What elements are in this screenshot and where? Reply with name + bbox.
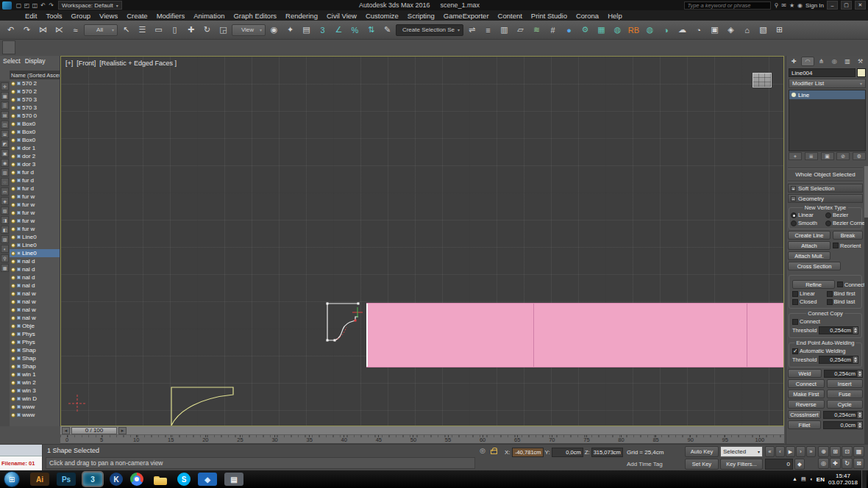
sort-alphabetical-icon[interactable]: ▧: [1, 207, 9, 215]
selection-set-dropdown[interactable]: Selected: [720, 446, 763, 457]
list-item[interactable]: win 3: [10, 387, 60, 395]
taskbar-photoshop[interactable]: Ps: [57, 473, 76, 486]
visibility-eye-icon[interactable]: [11, 316, 15, 320]
weld-button[interactable]: Weld: [788, 369, 822, 378]
create-line-button[interactable]: Create Line: [788, 231, 830, 240]
select-and-rotate-icon[interactable]: ↻: [199, 23, 215, 37]
auto-key-button[interactable]: Auto Key: [685, 446, 719, 457]
spinner-arrows[interactable]: [853, 356, 858, 363]
utilities-tab[interactable]: ⚒: [854, 57, 867, 66]
visibility-eye-icon[interactable]: [11, 235, 15, 240]
network-status-icon[interactable]: ▤: [801, 476, 806, 482]
select-and-move-icon[interactable]: ✚: [183, 23, 199, 37]
mirror-icon[interactable]: ⇌: [464, 23, 480, 37]
menu-item[interactable]: Modifiers: [152, 10, 190, 21]
viewcube[interactable]: [753, 73, 772, 87]
scene-states-icon[interactable]: ◈: [723, 23, 739, 37]
list-item[interactable]: Box0: [10, 120, 60, 128]
minimize-button[interactable]: –: [827, 1, 838, 10]
visibility-eye-icon[interactable]: [11, 332, 15, 337]
visibility-eye-icon[interactable]: [11, 211, 15, 215]
a360-gallery-icon[interactable]: ◔: [691, 23, 706, 37]
favorites-icon[interactable]: ★: [789, 2, 794, 9]
unlink-selection-icon[interactable]: ⋉: [51, 23, 67, 37]
snaps-toggle-icon[interactable]: 3: [315, 23, 330, 37]
sync-selection-icon[interactable]: ☰: [1, 101, 9, 110]
visibility-eye-icon[interactable]: [11, 106, 15, 110]
undo-icon[interactable]: ↶: [39, 2, 47, 9]
modifier-stack[interactable]: Line: [789, 90, 866, 151]
render-setup-icon[interactable]: ⚙: [577, 23, 593, 37]
visibility-eye-icon[interactable]: [11, 195, 15, 199]
spinner-arrows[interactable]: [857, 422, 862, 428]
visibility-eye-icon[interactable]: [11, 227, 15, 232]
taskbar-notepad[interactable]: ▤: [224, 473, 243, 486]
visibility-eye-icon[interactable]: [11, 219, 15, 223]
list-item[interactable]: win D: [10, 395, 60, 403]
visibility-eye-icon[interactable]: [11, 259, 15, 264]
bind-last-checkbox[interactable]: Bind last: [827, 298, 859, 305]
schematic-view-icon[interactable]: #: [545, 23, 561, 37]
select-and-manipulate-icon[interactable]: ✦: [282, 23, 298, 37]
make-first-button[interactable]: Make First: [788, 390, 825, 398]
menu-item[interactable]: Corona: [572, 10, 603, 21]
visibility-eye-icon[interactable]: [11, 114, 15, 118]
menu-item[interactable]: Edit: [21, 10, 41, 21]
motion-tab[interactable]: ◎: [828, 57, 841, 66]
visibility-eye-icon[interactable]: [11, 405, 15, 409]
visibility-eye-icon[interactable]: [11, 373, 15, 377]
connect-button[interactable]: Connect: [788, 379, 825, 388]
maxscript-mini-listener[interactable]: Filename: 01: [0, 445, 43, 471]
menu-item[interactable]: Group: [67, 10, 95, 21]
menu-item[interactable]: Help: [603, 10, 627, 21]
redo-icon[interactable]: ↷: [47, 2, 55, 9]
percent-snap-icon[interactable]: %: [347, 23, 363, 37]
radio-button[interactable]: [791, 220, 797, 226]
make-unique-icon[interactable]: ▣: [821, 152, 834, 160]
taskbar-app-blue[interactable]: ◆: [198, 473, 217, 486]
select-and-link-icon[interactable]: ⋈: [35, 23, 51, 37]
next-frame-arrow[interactable]: ►: [118, 427, 127, 434]
selection-lock-icon[interactable]: [491, 450, 497, 454]
visibility-eye-icon[interactable]: [11, 146, 15, 151]
visibility-eye-icon[interactable]: [11, 122, 15, 126]
list-item[interactable]: nal d: [10, 281, 60, 290]
sort-by-type-icon[interactable]: ◨: [1, 216, 9, 224]
keyboard-shortcut-override-icon[interactable]: ▤: [299, 23, 314, 37]
closed-checkbox[interactable]: Closed: [792, 298, 825, 305]
list-item[interactable]: fur w: [10, 225, 60, 233]
visibility-eye-icon[interactable]: [11, 397, 15, 401]
list-item[interactable]: Shap: [10, 346, 60, 354]
list-item[interactable]: Phys: [10, 330, 60, 338]
viewport-menu-pov[interactable]: [Front]: [77, 60, 96, 67]
cycle-button[interactable]: Cycle: [827, 400, 864, 409]
visibility-eye-icon[interactable]: [11, 138, 15, 143]
list-item[interactable]: Line0: [10, 241, 60, 249]
viewport-front[interactable]: [+] [Front] [Realistic + Edged Faces ]: [60, 56, 784, 426]
radio-button[interactable]: [791, 212, 797, 218]
list-item[interactable]: www: [10, 411, 60, 419]
list-item[interactable]: 570 2: [10, 79, 60, 87]
isolate-selection-icon[interactable]: ◎: [478, 447, 487, 456]
panel-scrollbar[interactable]: [864, 166, 868, 444]
list-item[interactable]: fur w: [10, 193, 60, 201]
automatic-welding-checkbox[interactable]: Automatic Welding: [792, 348, 858, 354]
go-to-start-button[interactable]: «: [765, 446, 775, 457]
list-item[interactable]: nal w: [10, 314, 60, 322]
graphite-ribbon-icon[interactable]: ▱: [513, 23, 528, 37]
volume-icon[interactable]: ◖: [810, 476, 813, 482]
vertex-type-radio[interactable]: Bezier: [825, 212, 860, 218]
configure-modifier-sets-icon[interactable]: ⚙: [853, 152, 866, 160]
maximize-button[interactable]: ▢: [841, 1, 852, 10]
show-desktop-button[interactable]: [861, 470, 867, 488]
vertex-type-radio[interactable]: Smooth: [791, 220, 825, 226]
explorer-tab-select[interactable]: Select: [3, 57, 21, 66]
list-item[interactable]: Shap: [10, 354, 60, 362]
iterative-render-icon[interactable]: ◍: [642, 23, 658, 37]
menu-item[interactable]: Civil View: [322, 10, 361, 21]
list-item[interactable]: Box0: [10, 136, 60, 144]
list-item[interactable]: Obje: [10, 322, 60, 330]
modifier-list-dropdown[interactable]: Modifier List: [789, 79, 866, 88]
next-frame-button[interactable]: ›: [796, 446, 805, 457]
rectangular-selection-icon[interactable]: ▭: [151, 23, 166, 37]
